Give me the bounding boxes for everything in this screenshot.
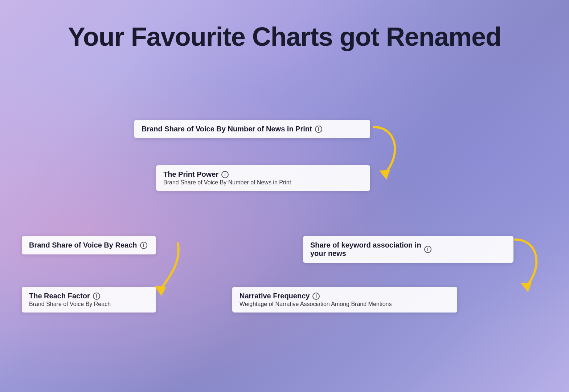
top-new-card: The Print Power i Brand Share of Voice B… xyxy=(156,165,370,191)
br-old-card: Share of keyword association in your new… xyxy=(303,236,513,263)
top-old-card: Brand Share of Voice By Number of News i… xyxy=(134,120,370,138)
bl-old-text: Brand Share of Voice By Reach xyxy=(29,241,137,249)
page-title: Your Favourite Charts got Renamed xyxy=(68,22,501,52)
bl-new-info-icon[interactable]: i xyxy=(93,293,100,300)
main-container: Your Favourite Charts got Renamed Brand … xyxy=(0,0,569,392)
svg-marker-2 xyxy=(521,282,532,292)
br-new-subtitle: Weightage of Narrative Association Among… xyxy=(240,301,450,307)
top-new-subtitle: Brand Share of Voice By Number of News i… xyxy=(163,179,363,186)
bl-old-label: Brand Share of Voice By Reach i xyxy=(29,241,149,249)
top-new-info-icon[interactable]: i xyxy=(221,171,229,178)
bl-new-title: The Reach Factor i xyxy=(29,292,149,300)
bl-arrow-svg xyxy=(152,240,189,298)
br-new-title: Narrative Frequency i xyxy=(240,292,450,300)
top-old-info-icon[interactable]: i xyxy=(315,126,322,133)
br-old-info-icon[interactable]: i xyxy=(424,246,431,253)
br-new-title-text: Narrative Frequency xyxy=(240,292,310,300)
br-old-label: Share of keyword association in your new… xyxy=(310,241,506,258)
br-new-info-icon[interactable]: i xyxy=(312,293,320,300)
bl-old-info-icon[interactable]: i xyxy=(140,242,147,249)
top-new-title-text: The Print Power xyxy=(163,170,218,179)
bl-new-card: The Reach Factor i Brand Share of Voice … xyxy=(22,287,156,313)
bl-new-subtitle: Brand Share of Voice By Reach xyxy=(29,301,149,307)
top-old-text: Brand Share of Voice By Number of News i… xyxy=(142,125,312,133)
br-old-text: Share of keyword association in your new… xyxy=(310,241,421,258)
svg-marker-0 xyxy=(379,170,390,180)
bl-old-card: Brand Share of Voice By Reach i xyxy=(22,236,156,254)
top-new-title: The Print Power i xyxy=(163,170,363,179)
top-old-label: Brand Share of Voice By Number of News i… xyxy=(142,125,363,133)
br-new-card: Narrative Frequency i Weightage of Narra… xyxy=(232,287,457,313)
br-old-line1: Share of keyword association in xyxy=(310,241,421,249)
bl-new-title-text: The Reach Factor xyxy=(29,292,90,300)
br-old-line2: your news xyxy=(310,249,346,257)
